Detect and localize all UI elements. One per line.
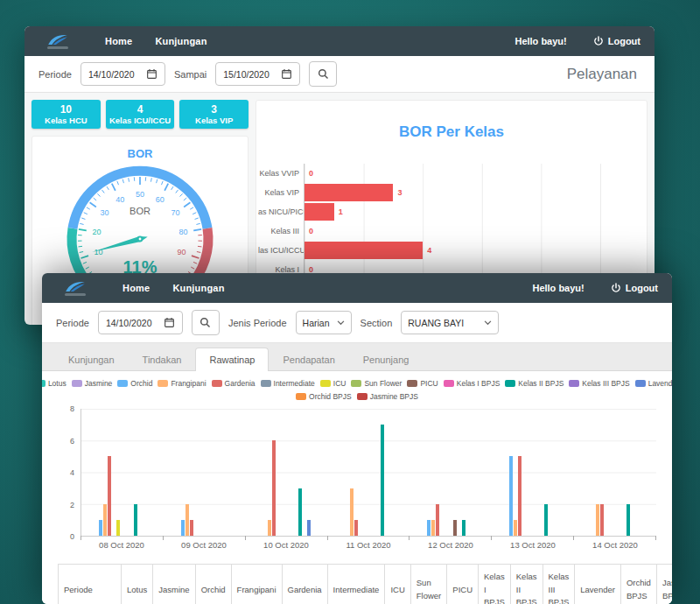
periode-date-field[interactable] [98, 311, 183, 334]
calendar-icon [281, 68, 292, 80]
bar-gardenia [436, 504, 439, 536]
section-select[interactable]: RUANG BAYI [401, 311, 499, 334]
x-category-label: 12 Oct 2020 [410, 540, 492, 550]
section-label: Section [360, 318, 393, 328]
legend-item-sun-flower[interactable]: Sun Flower [351, 379, 402, 388]
bar-orchid [509, 456, 513, 536]
bar-orchid [99, 520, 102, 536]
column-header-kelas-iii-bpjs: Kelas III BPJS [542, 565, 575, 604]
stat-cards: 10Kelas HCU4Kelas ICU/ICCU3Kelas VIP [32, 100, 248, 129]
chevron-down-icon [484, 320, 492, 326]
legend-item-lotus[interactable]: Lotus [42, 379, 66, 388]
stat-card-kelas-icu-iccu[interactable]: 4Kelas ICU/ICCU [106, 100, 175, 129]
legend-swatch [407, 380, 417, 387]
chevron-down-icon [337, 320, 345, 326]
legend-label: Sun Flower [364, 379, 402, 388]
bar-row-kelas-vip: Kelas VIP3 [258, 183, 601, 202]
periode-date-field[interactable] [80, 62, 165, 86]
bar-frangipani [514, 520, 517, 536]
legend-item-picu[interactable]: PICU [407, 379, 438, 388]
bar-category-label: Kelas III [258, 227, 304, 235]
nav-home[interactable]: Home [122, 283, 150, 293]
sampai-date-field[interactable] [215, 62, 300, 86]
legend-item-lavender[interactable]: Lavender [635, 379, 672, 388]
legend-item-gardenia[interactable]: Gardenia [212, 379, 256, 388]
navbar: Home Kunjungan Hello bayu! Logout [42, 273, 672, 303]
tab-rawatinap[interactable]: Rawatinap [195, 348, 269, 371]
column-header-intermediate: Intermediate [327, 565, 385, 604]
svg-text:60: 60 [156, 195, 164, 204]
legend-label: Orchid BPJS [309, 392, 352, 401]
tab-pendapatan[interactable]: Pendapatan [269, 348, 348, 371]
navbar: Home Kunjungan Hello bayu! Logout [24, 26, 654, 56]
legend-item-frangipani[interactable]: Frangipani [158, 379, 206, 388]
page-title: Pelayanan [567, 66, 637, 83]
logo-swoosh-icon [64, 281, 87, 292]
bar-gardenia [600, 504, 604, 536]
bar-value-label: 1 [339, 207, 343, 216]
legend-item-kelas-i-bpjs[interactable]: Kelas I BPJS [444, 379, 500, 388]
y-tick-label: 0 [70, 532, 74, 541]
stat-card-kelas-hcu[interactable]: 10Kelas HCU [32, 100, 101, 129]
tab-kunjungan[interactable]: Kunjungan [54, 348, 129, 371]
rawatinap-window: Home Kunjungan Hello bayu! Logout Period… [42, 273, 672, 604]
x-category-label: 14 Oct 2020 [574, 540, 656, 550]
logout-button[interactable]: Logout [593, 36, 640, 46]
filter-toolbar: Periode Jenis Periode Harian Section RUA… [42, 303, 672, 343]
bar-cluster [418, 409, 483, 536]
legend-label: Kelas II BPJS [518, 379, 564, 388]
column-header-gardenia: Gardenia [282, 565, 327, 604]
legend-item-orchid-bpjs[interactable]: Orchid BPJS [296, 392, 352, 401]
app-logo[interactable] [38, 34, 77, 49]
svg-text:80: 80 [178, 228, 187, 236]
plot-area [80, 409, 656, 537]
nav-home[interactable]: Home [105, 36, 132, 46]
logout-button[interactable]: Logout [611, 283, 658, 293]
legend-item-icu[interactable]: ICU [320, 379, 346, 388]
tab-penunjang[interactable]: Penunjang [349, 348, 424, 371]
bar-cluster [500, 409, 565, 536]
column-header-periode: Periode [59, 565, 122, 604]
nav-kunjungan[interactable]: Kunjungan [155, 36, 206, 46]
tab-tindakan[interactable]: Tindakan [129, 348, 196, 371]
legend-item-jasmine-bpjs[interactable]: Jasmine BPJS [357, 392, 418, 401]
bar-group-11-oct-2020 [328, 409, 410, 536]
periode-date-input[interactable] [106, 318, 158, 328]
bar-gardenia [272, 440, 276, 536]
rawatinap-content: LotusJasmineOrchidFrangipaniGardeniaInte… [42, 371, 672, 604]
legend-label: Orchid [130, 379, 152, 388]
logo-text [65, 293, 86, 296]
bar-track: 1 [304, 202, 601, 221]
app-logo[interactable] [56, 281, 94, 296]
legend-item-jasmine[interactable]: Jasmine [72, 379, 113, 388]
legend-swatch [351, 380, 361, 387]
filter-toolbar: Periode Sampai Pelayanan [24, 56, 654, 93]
column-header-lotus: Lotus [122, 565, 153, 604]
x-category-label: 11 Oct 2020 [327, 540, 410, 550]
navbar-right: Hello bayu! Logout [532, 283, 658, 293]
legend-item-kelas-ii-bpjs[interactable]: Kelas II BPJS [505, 379, 564, 388]
stat-card-value: 4 [107, 103, 174, 116]
periode-date-input[interactable] [88, 69, 141, 80]
legend-swatch [212, 380, 222, 387]
bar-value-label: 0 [309, 227, 313, 235]
section-value: RUANG BAYI [408, 318, 464, 328]
bar-frangipani [350, 488, 354, 536]
legend-label: Intermediate [274, 379, 315, 388]
jenis-periode-select[interactable]: Harian [296, 311, 352, 334]
legend-swatch [117, 380, 128, 387]
sampai-date-input[interactable] [223, 69, 276, 80]
legend-label: PICU [420, 379, 438, 388]
bar-orchid [427, 520, 430, 536]
bar-track: 0 [304, 164, 601, 183]
legend-item-intermediate[interactable]: Intermediate [261, 379, 315, 388]
stat-card-kelas-vip[interactable]: 3Kelas VIP [179, 100, 248, 129]
legend-item-orchid[interactable]: Orchid [117, 379, 152, 388]
y-tick-label: 4 [70, 468, 74, 477]
search-button[interactable] [309, 61, 337, 87]
search-button[interactable] [192, 310, 220, 335]
legend-item-kelas-iii-bpjs[interactable]: Kelas III BPJS [569, 379, 629, 388]
nav-kunjungan[interactable]: Kunjungan [172, 283, 224, 293]
bar-category-label: Kelas VIP [258, 188, 304, 197]
svg-text:BOR: BOR [130, 206, 150, 216]
